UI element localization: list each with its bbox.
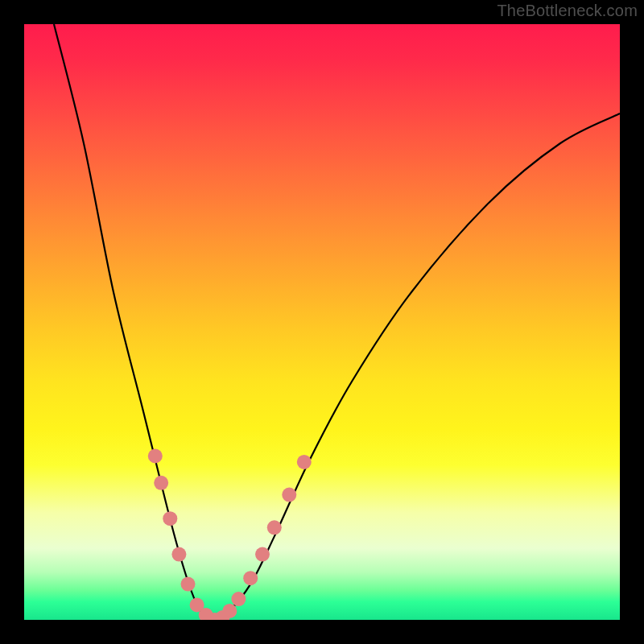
bottleneck-curve [54,24,620,620]
data-bead [267,520,282,535]
data-bead [163,511,177,526]
data-bead [231,592,246,606]
data-bead [243,571,258,585]
data-bead [255,547,270,562]
data-bead [297,455,312,469]
data-bead [181,577,196,592]
data-beads [148,449,312,621]
curve-layer [24,24,620,620]
data-bead [282,488,296,502]
plot-area [24,24,620,620]
data-bead [171,547,186,562]
curve-line [54,24,620,620]
data-bead [148,449,163,464]
watermark-text: TheBottleneck.com [497,2,638,20]
data-bead [222,604,237,618]
data-bead [154,476,168,490]
chart-frame: TheBottleneck.com [0,0,644,644]
